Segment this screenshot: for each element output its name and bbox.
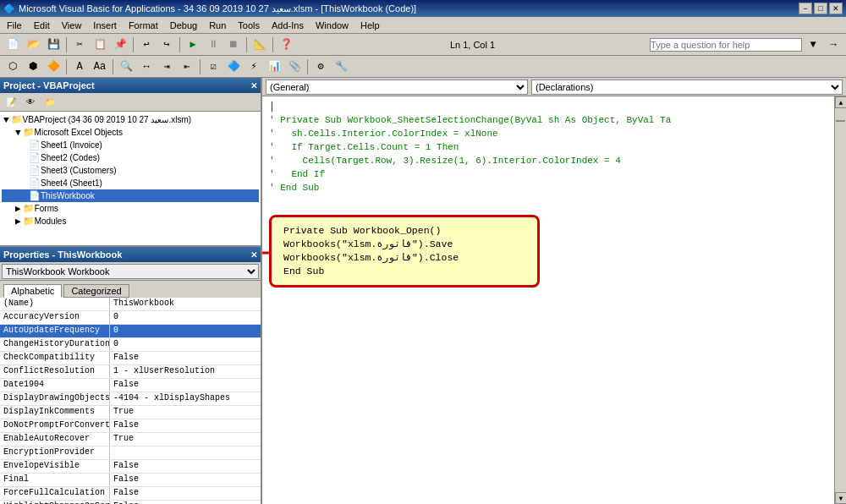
props-row-enableauto: EnableAutoRecover True: [0, 433, 261, 446]
object-select[interactable]: ThisWorkbook Workbook: [2, 264, 259, 279]
scroll-down-arrow[interactable]: ▼: [835, 492, 846, 504]
tree-vbaproject[interactable]: ▼ 📁 VBAProject (34 36 09 2019 10 27 سعيد…: [2, 113, 259, 126]
tb2-10[interactable]: ☑: [204, 58, 222, 75]
code-comment-5: ' End If: [269, 167, 827, 181]
cut-btn[interactable]: ✂: [70, 36, 89, 53]
proj-toggle-folder[interactable]: 📁: [41, 94, 59, 111]
tree-forms[interactable]: ▶ 📁 Forms: [2, 202, 259, 215]
tb2-12[interactable]: ⚡: [244, 58, 263, 75]
proj-view-object[interactable]: 👁: [21, 94, 40, 111]
props-row-date1904: Date1904 False: [0, 379, 261, 392]
code-comment-6: ' End Sub: [269, 181, 827, 194]
project-title-label: Project - VBAProject: [3, 80, 95, 90]
help-btn[interactable]: ❓: [277, 36, 295, 53]
tb2-13[interactable]: 📊: [265, 58, 283, 75]
proj-view-code[interactable]: 📝: [2, 94, 20, 111]
tree-modules-icon: 📁: [23, 216, 35, 227]
tree-thisworkbook-icon: 📄: [29, 190, 41, 201]
tb2-5[interactable]: Aa: [91, 58, 109, 75]
tree-sheet2-icon: 📄: [29, 152, 41, 163]
tb2-14[interactable]: 📎: [285, 58, 304, 75]
highlight-box: Private Sub Workbook_Open() Workbooks("x…: [269, 215, 540, 288]
tree-sheet4[interactable]: 📄 Sheet4 (Sheet1): [2, 177, 259, 189]
open-btn[interactable]: 📂: [24, 36, 42, 53]
undo-btn[interactable]: ↩: [137, 36, 156, 53]
code-header: (General) (Declarations): [262, 78, 846, 96]
tb2-3[interactable]: 🔶: [44, 58, 63, 75]
menu-insert[interactable]: Insert: [88, 19, 122, 31]
code-comment-1: ' Private Sub Workbook_SheetSelectionCha…: [269, 113, 827, 127]
menu-debug[interactable]: Debug: [165, 19, 202, 31]
maximize-button[interactable]: □: [814, 3, 827, 14]
save-btn[interactable]: 💾: [44, 36, 63, 53]
properties-panel: Properties - ThisWorkbook ✕ ThisWorkbook…: [0, 247, 261, 504]
tree-sheet1[interactable]: 📄 Sheet1 (Invoice): [2, 139, 259, 151]
help-go[interactable]: →: [824, 36, 843, 53]
run-btn[interactable]: ▶: [184, 36, 202, 53]
break-btn[interactable]: ⏸: [204, 36, 222, 53]
help-input[interactable]: [650, 38, 802, 52]
scroll-thumb[interactable]: [836, 120, 845, 122]
scroll-up-arrow[interactable]: ▲: [835, 96, 846, 108]
properties-object-dropdown[interactable]: ThisWorkbook Workbook: [0, 262, 261, 281]
tree-thisworkbook-label: ThisWorkbook: [41, 191, 95, 200]
menu-addins[interactable]: Add-Ins: [266, 19, 309, 31]
sep6: [66, 59, 67, 74]
tree-forms-icon: 📁: [23, 203, 35, 214]
code-editor[interactable]: │ ' Private Sub Workbook_SheetSelectionC…: [262, 96, 834, 504]
menu-window[interactable]: Window: [310, 19, 354, 31]
tb2-6[interactable]: 🔍: [117, 58, 135, 75]
tree-sheet2[interactable]: 📄 Sheet2 (Codes): [2, 151, 259, 164]
ln-col: Ln 1, Col 1: [443, 40, 502, 50]
tree-modules-label: Modules: [35, 216, 67, 226]
tree-sheet4-label: Sheet4 (Sheet1): [41, 178, 102, 188]
menu-view[interactable]: View: [57, 19, 87, 31]
declarations-dropdown[interactable]: (Declarations): [531, 79, 843, 95]
redo-btn[interactable]: ↪: [157, 36, 176, 53]
tab-categorized[interactable]: Categorized: [63, 284, 129, 298]
close-button[interactable]: ✕: [829, 3, 843, 14]
copy-btn[interactable]: 📋: [91, 36, 109, 53]
menu-tools[interactable]: Tools: [233, 19, 265, 31]
props-row-highlight: HighlightChangesOnScreen False: [0, 501, 261, 504]
tree-sheet3[interactable]: 📄 Sheet3 (Customers): [2, 164, 259, 177]
tree-sheet4-icon: 📄: [29, 178, 41, 189]
code-comment-3: ' If Target.Cells.Count = 1 Then: [269, 140, 827, 154]
menu-help[interactable]: Help: [355, 19, 385, 31]
design-btn[interactable]: 📐: [250, 36, 269, 53]
tb2-16[interactable]: 🔧: [332, 58, 350, 75]
paste-btn[interactable]: 📌: [111, 36, 129, 53]
title-bar-controls[interactable]: − □ ✕: [799, 3, 843, 14]
tb2-1[interactable]: ⬡: [3, 58, 22, 75]
reset-btn[interactable]: ⏹: [224, 36, 243, 53]
menu-file[interactable]: File: [2, 19, 27, 31]
tb2-8[interactable]: ⇥: [157, 58, 176, 75]
properties-tabs: Alphabetic Categorized: [0, 281, 261, 298]
menu-format[interactable]: Format: [124, 19, 163, 31]
tree-thisworkbook[interactable]: 📄 ThisWorkbook: [2, 189, 259, 202]
tb2-4[interactable]: A: [70, 58, 89, 75]
minimize-button[interactable]: −: [799, 3, 812, 14]
help-arrow[interactable]: ▼: [804, 36, 822, 53]
new-btn[interactable]: 📄: [3, 36, 22, 53]
properties-close-button[interactable]: ✕: [250, 250, 257, 260]
toolbar-1: 📄 📂 💾 ✂ 📋 📌 ↩ ↪ ▶ ⏸ ⏹ 📐 ❓ Ln 1, Col 1 ▼ …: [0, 34, 846, 56]
props-row-displayink: DisplayInkComments True: [0, 406, 261, 419]
properties-title: Properties - ThisWorkbook ✕: [0, 247, 261, 262]
tb2-15[interactable]: ⚙: [311, 58, 330, 75]
title-text: Microsoft Visual Basic for Applications …: [19, 3, 416, 14]
general-dropdown[interactable]: (General): [266, 79, 528, 95]
tree-excel-objects[interactable]: ▼ 📁 Microsoft Excel Objects: [2, 126, 259, 139]
code-scrollbar[interactable]: ▲ ▼: [834, 96, 846, 504]
title-bar-left: 🔷 Microsoft Visual Basic for Application…: [3, 3, 416, 14]
project-close-button[interactable]: ✕: [250, 81, 257, 90]
tb2-2[interactable]: ⬢: [24, 58, 42, 75]
menu-run[interactable]: Run: [204, 19, 231, 31]
app-icon: 🔷: [3, 3, 15, 14]
tab-alphabetic[interactable]: Alphabetic: [3, 284, 62, 298]
menu-edit[interactable]: Edit: [29, 19, 55, 31]
tree-modules[interactable]: ▶ 📁 Modules: [2, 215, 259, 227]
tb2-11[interactable]: 🔷: [224, 58, 243, 75]
tb2-9[interactable]: ⇤: [178, 58, 196, 75]
tb2-7[interactable]: ↔: [137, 58, 156, 75]
